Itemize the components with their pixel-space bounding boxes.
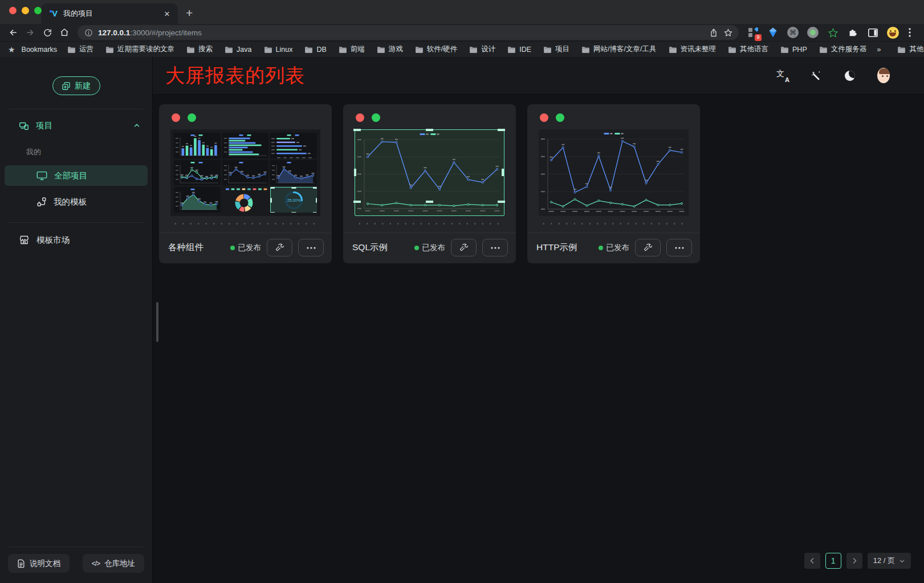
- card-window-dots: [343, 104, 516, 122]
- new-project-button[interactable]: 新建: [52, 76, 100, 95]
- bookmark-folder[interactable]: 资讯未整理: [665, 44, 721, 54]
- edit-hammer-button[interactable]: [635, 239, 661, 256]
- extension-command-icon[interactable]: ⌘: [787, 26, 799, 39]
- mini-chart-hbars: [222, 133, 269, 158]
- page-title: 大屏报表的列表: [165, 63, 305, 89]
- scrollbar-thumb[interactable]: [156, 302, 158, 342]
- reload-icon[interactable]: [40, 26, 55, 39]
- extension-grid-icon[interactable]: 9: [747, 26, 759, 39]
- project-card[interactable]: HTTP示例 已发布: [527, 104, 700, 263]
- selection-handle[interactable]: [354, 169, 356, 176]
- close-window-button[interactable]: [9, 7, 17, 14]
- prev-page-button[interactable]: [804, 553, 820, 569]
- sidebar-section-project[interactable]: 项目: [5, 115, 148, 136]
- status-label: 已发布: [422, 243, 446, 253]
- docs-button[interactable]: 说明文档: [8, 554, 70, 573]
- card-footer: SQL示例 已发布: [343, 233, 516, 263]
- new-tab-button[interactable]: +: [186, 6, 193, 20]
- more-options-button[interactable]: [298, 239, 324, 256]
- bookmark-folder[interactable]: 网站/博客/文章/工具: [577, 44, 660, 54]
- mini-chart-line2: [174, 160, 221, 186]
- page-size-select[interactable]: 12 / 页: [868, 553, 911, 569]
- bookmarks-overflow-chevron[interactable]: »: [874, 45, 883, 54]
- profile-avatar-icon[interactable]: [886, 26, 899, 39]
- project-name: HTTP示例: [536, 242, 593, 254]
- bookmark-folder[interactable]: 近期需要读的文章: [101, 44, 178, 54]
- status-label: 已发布: [238, 243, 262, 253]
- edit-hammer-button[interactable]: [451, 239, 477, 256]
- dark-mode-moon-icon[interactable]: [844, 70, 856, 82]
- project-thumbnail[interactable]: [355, 129, 504, 216]
- extensions-puzzle-icon[interactable]: [846, 26, 859, 39]
- card-window-dots: [159, 104, 332, 122]
- bookmark-star-icon[interactable]: [723, 28, 733, 38]
- bookmark-folder[interactable]: 搜索: [182, 44, 217, 54]
- back-icon[interactable]: [6, 26, 21, 39]
- forward-icon[interactable]: [23, 26, 38, 39]
- url-bar[interactable]: 127.0.0.1:3000/#/project/items: [78, 25, 739, 40]
- home-icon[interactable]: [57, 26, 72, 39]
- site-info-icon[interactable]: [84, 28, 93, 37]
- minimize-window-button[interactable]: [22, 7, 29, 14]
- extension-gem-icon[interactable]: [767, 26, 779, 39]
- selection-handle[interactable]: [498, 129, 505, 131]
- bookmark-folder[interactable]: IDE: [503, 46, 535, 54]
- project-card[interactable]: SQL示例 已发布: [343, 104, 516, 263]
- extension-badge: 9: [755, 34, 762, 41]
- repo-button-label: 仓库地址: [104, 558, 135, 569]
- browser-tab[interactable]: 我的项目 ✕: [41, 3, 178, 24]
- selection-handle[interactable]: [426, 129, 433, 131]
- extension-green-star-icon[interactable]: [827, 26, 839, 39]
- project-card[interactable]: 25.00% 各种组件 已发布: [159, 104, 332, 263]
- bookmark-folder[interactable]: 前端: [335, 44, 369, 54]
- sidebar-item-all-projects[interactable]: 全部项目: [5, 165, 148, 186]
- url-host: 127.0.0.1: [98, 28, 130, 37]
- url-text[interactable]: 127.0.0.1:3000/#/project/items: [98, 28, 704, 37]
- edit-hammer-button[interactable]: [267, 239, 292, 256]
- selection-handle[interactable]: [353, 201, 361, 203]
- more-options-button[interactable]: [666, 239, 692, 256]
- bookmark-folder[interactable]: Java: [221, 46, 255, 54]
- bookmark-folder[interactable]: Linux: [260, 46, 297, 54]
- selection-handle[interactable]: [498, 201, 505, 203]
- project-thumbnail[interactable]: 25.00%: [170, 129, 320, 216]
- browser-menu-icon[interactable]: [906, 26, 913, 39]
- bookmarks-label[interactable]: Bookmarks: [22, 46, 58, 54]
- extension-icons-row: 9 ⌘: [747, 26, 913, 39]
- extension-record-icon[interactable]: [807, 26, 819, 39]
- zoom-window-button[interactable]: [34, 7, 42, 14]
- selection-handle[interactable]: [502, 169, 504, 176]
- language-icon[interactable]: 文A: [776, 70, 789, 82]
- repo-button[interactable]: </> 仓库地址: [83, 554, 144, 573]
- bookmark-folder-label: DB: [316, 46, 326, 54]
- magic-wand-icon[interactable]: [810, 70, 823, 82]
- page-size-value: 12 / 页: [873, 556, 895, 566]
- bookmark-folder[interactable]: PHP: [776, 46, 811, 54]
- bookmark-folder[interactable]: DB: [300, 46, 330, 54]
- bookmark-folder[interactable]: 设计: [465, 44, 499, 54]
- selection-handle[interactable]: [426, 201, 433, 203]
- more-options-button[interactable]: [482, 239, 508, 256]
- side-panel-icon[interactable]: [866, 26, 879, 39]
- user-avatar[interactable]: [877, 70, 890, 82]
- share-icon[interactable]: [709, 28, 718, 38]
- sidebar-item-my-templates[interactable]: 我的模板: [5, 191, 148, 212]
- next-page-button[interactable]: [846, 553, 862, 569]
- card-red-dot: [356, 113, 364, 122]
- publish-status: 已发布: [599, 243, 630, 253]
- chevron-up-icon[interactable]: [133, 121, 141, 129]
- tab-close-icon[interactable]: ✕: [162, 9, 172, 19]
- sidebar-item-all-projects-label: 全部项目: [54, 170, 87, 181]
- bookmark-folder[interactable]: 其他语言: [724, 44, 772, 54]
- bookmark-folder[interactable]: 游戏: [373, 44, 407, 54]
- bookmark-folder[interactable]: 文件服务器: [815, 44, 871, 54]
- card-green-dot: [372, 113, 380, 122]
- page-number-button[interactable]: 1: [825, 553, 841, 569]
- selection-handle[interactable]: [353, 129, 361, 131]
- bookmark-folder[interactable]: 运营: [63, 44, 97, 54]
- other-bookmarks-folder[interactable]: 其他书签: [893, 44, 924, 54]
- bookmark-folder[interactable]: 软件/硬件: [411, 44, 461, 54]
- bookmark-folder[interactable]: 项目: [539, 44, 573, 54]
- sidebar-item-template-market[interactable]: 模板市场: [5, 230, 148, 250]
- project-thumbnail[interactable]: [539, 129, 689, 216]
